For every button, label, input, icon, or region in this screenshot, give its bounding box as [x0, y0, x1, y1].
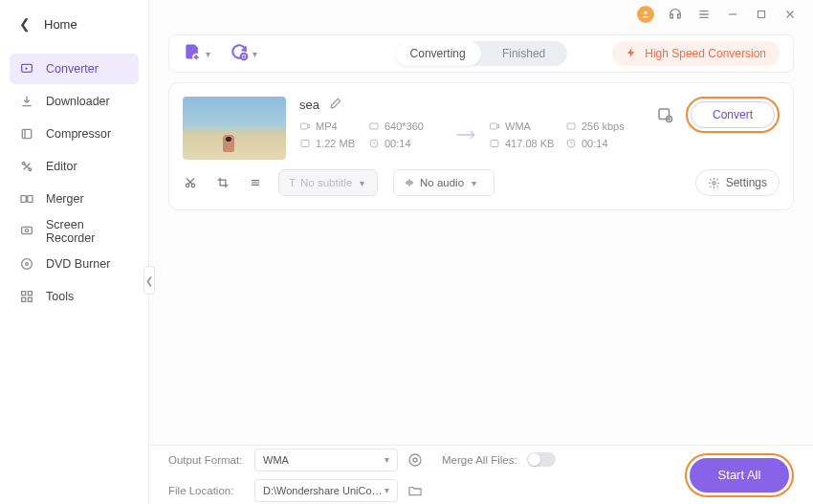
high-speed-badge[interactable]: High Speed Conversion	[612, 41, 780, 66]
dst-size: 417.08 KB	[505, 138, 554, 149]
menu-icon[interactable]	[696, 7, 712, 22]
clock-icon	[368, 138, 380, 149]
crop-icon[interactable]	[215, 175, 231, 190]
sidebar-item-tools[interactable]: Tools	[10, 281, 139, 312]
refresh-plus-icon	[230, 42, 249, 65]
converter-icon	[19, 61, 34, 77]
screen-recorder-icon	[19, 224, 34, 239]
compressor-icon	[19, 126, 34, 142]
svg-rect-24	[491, 141, 498, 147]
sidebar-item-screen-recorder[interactable]: Screen Recorder	[10, 216, 139, 247]
chevron-down-icon: ▾	[206, 49, 210, 59]
back-icon[interactable]: ❮	[19, 16, 31, 32]
sidebar-item-label: DVD Burner	[46, 257, 110, 271]
sidebar-item-label: Screen Recorder	[46, 218, 129, 245]
output-format-label: Output Format:	[168, 454, 245, 466]
add-url-button[interactable]: ▾	[230, 42, 257, 65]
minimize-icon[interactable]	[725, 7, 740, 22]
svg-rect-20	[491, 123, 497, 129]
editor-icon	[19, 159, 34, 174]
bottom-bar: Output Format: WMA▾ Merge All Files: Fil…	[149, 445, 813, 504]
video-icon	[489, 121, 500, 132]
sidebar-item-label: Converter	[46, 62, 99, 76]
svg-rect-19	[370, 123, 378, 129]
home-label[interactable]: Home	[44, 17, 77, 32]
open-folder-button[interactable]	[407, 483, 423, 498]
svg-point-14	[644, 11, 647, 14]
lightning-icon	[626, 47, 637, 61]
svg-rect-4	[21, 196, 26, 203]
trim-icon[interactable]	[183, 175, 198, 190]
svg-point-7	[25, 229, 28, 231]
close-icon[interactable]	[782, 7, 798, 22]
tools-icon	[19, 289, 34, 304]
add-file-button[interactable]: ▾	[183, 42, 210, 65]
chevron-down-icon: ▾	[472, 178, 476, 188]
collapse-sidebar-button[interactable]: ❮	[143, 266, 155, 295]
sidebar-item-merger[interactable]: Merger	[10, 184, 139, 214]
chevron-down-icon: ▾	[360, 178, 364, 188]
src-size: 1.22 MB	[316, 138, 355, 149]
audio-value: No audio	[420, 177, 464, 188]
start-all-button[interactable]: Start All	[690, 458, 789, 493]
sidebar-item-dvd-burner[interactable]: DVD Burner	[10, 249, 139, 279]
file-location-dropdown[interactable]: D:\Wondershare UniConverter 1▾	[254, 479, 398, 502]
tab-group: Converting Finished	[395, 41, 567, 66]
clock-icon	[565, 138, 577, 149]
file-plus-icon	[183, 42, 202, 65]
output-settings-button[interactable]	[407, 452, 423, 468]
sidebar-item-label: Editor	[46, 160, 77, 173]
sidebar-item-label: Merger	[46, 192, 84, 206]
svg-point-8	[22, 259, 33, 270]
merge-toggle[interactable]	[527, 452, 556, 467]
subtitle-icon: T	[289, 177, 296, 188]
tab-converting[interactable]: Converting	[395, 41, 481, 66]
tab-finished[interactable]: Finished	[481, 41, 567, 66]
merge-label: Merge All Files:	[442, 454, 517, 466]
svg-rect-21	[567, 123, 575, 129]
support-icon[interactable]	[668, 7, 683, 22]
svg-point-32	[409, 454, 421, 466]
src-duration: 00:14	[385, 138, 411, 149]
resolution-icon	[368, 121, 380, 132]
audio-dropdown[interactable]: No audio ▾	[393, 169, 494, 196]
avatar[interactable]	[637, 6, 654, 23]
sidebar-item-compressor[interactable]: Compressor	[10, 119, 139, 149]
svg-rect-11	[28, 292, 32, 296]
subtitle-dropdown[interactable]: TNo subtitle ▾	[278, 169, 378, 196]
convert-button[interactable]: Convert	[691, 101, 775, 128]
main-panel: ▾ ▾ Converting Finished High Speed Conve…	[149, 0, 813, 504]
audio-icon	[404, 177, 415, 188]
sidebar-item-editor[interactable]: Editor	[10, 151, 139, 182]
startall-highlight: Start All	[685, 453, 794, 497]
gear-icon	[708, 177, 720, 189]
video-thumbnail[interactable]	[183, 97, 286, 160]
sidebar-item-converter[interactable]: Converter	[10, 54, 139, 84]
chevron-down-icon: ▾	[385, 454, 389, 465]
svg-rect-22	[301, 141, 309, 147]
sidebar-item-downloader[interactable]: Downloader	[10, 86, 139, 117]
svg-rect-26	[659, 109, 670, 120]
file-card: sea MP4 640*360 WMA 256 kbps 1.22 MB 00:…	[168, 82, 794, 210]
src-format: MP4	[316, 121, 338, 132]
edit-title-icon[interactable]	[329, 97, 342, 113]
svg-rect-15	[758, 11, 765, 18]
settings-button[interactable]: Settings	[695, 169, 780, 196]
convert-highlight: Convert	[686, 97, 780, 133]
maximize-icon[interactable]	[754, 7, 769, 22]
sidebar-item-label: Downloader	[46, 95, 110, 108]
output-format-dropdown[interactable]: WMA▾	[254, 449, 398, 471]
dvd-burner-icon	[19, 256, 34, 272]
chevron-down-icon: ▾	[385, 485, 389, 495]
downloader-icon	[19, 94, 34, 109]
more-icon[interactable]	[248, 175, 263, 190]
dst-format: WMA	[505, 121, 531, 132]
svg-point-2	[22, 162, 25, 164]
settings-label: Settings	[726, 176, 767, 189]
file-location-value: D:\Wondershare UniConverter 1	[263, 485, 385, 496]
high-speed-label: High Speed Conversion	[645, 47, 766, 60]
merger-icon	[19, 191, 34, 207]
svg-point-9	[26, 263, 29, 266]
svg-rect-6	[22, 227, 33, 233]
output-settings-icon[interactable]	[655, 105, 674, 124]
